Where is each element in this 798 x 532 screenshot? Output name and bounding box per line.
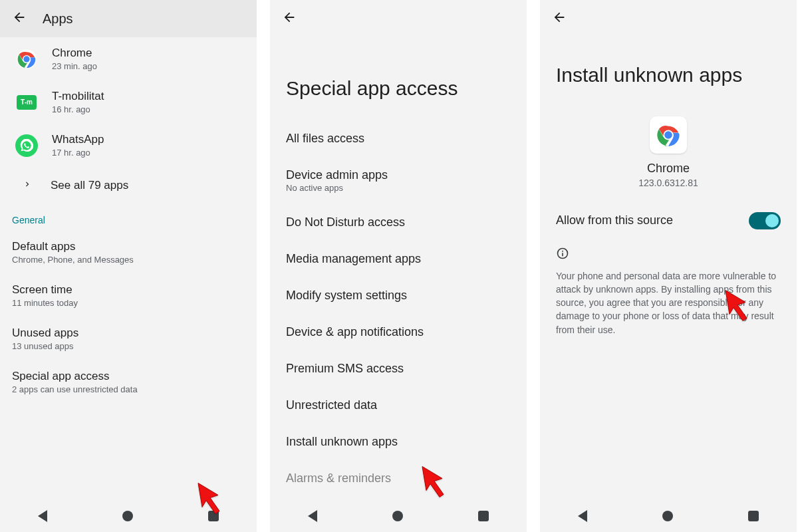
android-navbar	[270, 500, 527, 532]
page-title: Special app access	[270, 37, 527, 120]
topbar: Apps	[0, 0, 257, 37]
allow-from-source-row[interactable]: Allow from this source	[540, 201, 797, 240]
nav-home-icon[interactable]	[122, 511, 133, 521]
app-row-whatsapp[interactable]: WhatsApp 17 hr. ago	[0, 124, 257, 167]
app-sub: 23 min. ago	[52, 61, 97, 71]
app-row-chrome[interactable]: Chrome 23 min. ago	[0, 37, 257, 80]
section-general: General	[0, 204, 257, 231]
nav-back-icon[interactable]	[38, 510, 47, 522]
chrome-icon	[650, 116, 687, 154]
item-unrestricted-data[interactable]: Unrestricted data	[270, 387, 527, 424]
content: Install unknown apps Chrome 123.0.6312.8…	[540, 37, 797, 532]
setting-special-app-access[interactable]: Special app access 2 apps can use unrest…	[0, 360, 257, 404]
item-device-admin-apps[interactable]: Device admin apps No active apps	[270, 157, 527, 204]
back-icon[interactable]	[552, 10, 567, 27]
item-device-app-notifications[interactable]: Device & app notifications	[270, 314, 527, 350]
app-row-tmobilitat[interactable]: T-m T-mobilitat 16 hr. ago	[0, 80, 257, 124]
item-dnd-access[interactable]: Do Not Disturb access	[270, 204, 527, 241]
nav-back-icon[interactable]	[308, 510, 317, 522]
android-navbar	[540, 500, 797, 532]
item-all-files-access[interactable]: All files access	[270, 120, 527, 157]
chevron-right-icon	[23, 179, 32, 192]
setting-default-apps[interactable]: Default apps Chrome, Phone, and Messages	[0, 231, 257, 274]
toggle-label: Allow from this source	[556, 213, 673, 227]
setting-unused-apps[interactable]: Unused apps 13 unused apps	[0, 317, 257, 360]
nav-recent-icon[interactable]	[748, 511, 759, 521]
warning-text: Your phone and personal data are more vu…	[540, 267, 797, 336]
app-name: Chrome	[52, 47, 97, 60]
item-alarms-reminders[interactable]: Alarms & reminders	[270, 460, 527, 497]
nav-recent-icon[interactable]	[208, 511, 219, 521]
chrome-icon	[15, 47, 39, 71]
app-hero: Chrome 123.0.6312.81	[540, 103, 797, 201]
see-all-apps[interactable]: See all 79 apps	[0, 167, 257, 204]
screen-special-app-access: Special app access All files access Devi…	[270, 0, 527, 532]
topbar	[270, 0, 527, 37]
svg-point-6	[562, 250, 563, 251]
item-install-unknown-apps[interactable]: Install unknown apps	[270, 424, 527, 460]
tmobilitat-icon: T-m	[15, 90, 39, 114]
item-premium-sms[interactable]: Premium SMS access	[270, 350, 527, 387]
back-icon[interactable]	[12, 10, 27, 27]
app-name: Chrome	[647, 162, 690, 176]
nav-back-icon[interactable]	[578, 510, 587, 522]
app-version: 123.0.6312.81	[638, 178, 698, 188]
page-title: Apps	[43, 11, 73, 27]
setting-screen-time[interactable]: Screen time 11 minutes today	[0, 274, 257, 317]
item-modify-system-settings[interactable]: Modify system settings	[270, 277, 527, 314]
app-sub: 17 hr. ago	[52, 148, 104, 158]
nav-recent-icon[interactable]	[478, 511, 489, 521]
back-icon[interactable]	[282, 10, 297, 27]
page-title: Install unknown apps	[540, 37, 797, 103]
nav-home-icon[interactable]	[662, 511, 673, 521]
whatsapp-icon	[15, 134, 39, 158]
screen-install-unknown-apps: Install unknown apps Chrome 123.0.6312.8…	[540, 0, 797, 532]
nav-home-icon[interactable]	[392, 511, 403, 521]
app-sub: 16 hr. ago	[52, 104, 104, 114]
content: Chrome 23 min. ago T-m T-mobilitat 16 hr…	[0, 37, 257, 532]
android-navbar	[0, 500, 257, 532]
allow-from-source-toggle[interactable]	[749, 212, 781, 229]
app-name: WhatsApp	[52, 133, 104, 146]
content: Special app access All files access Devi…	[270, 37, 527, 532]
topbar	[540, 0, 797, 37]
screen-apps: Apps Chrome 23 min. ago T-m T-mobilitat …	[0, 0, 257, 532]
item-media-management[interactable]: Media management apps	[270, 241, 527, 277]
info-icon	[540, 240, 797, 267]
app-name: T-mobilitat	[52, 90, 104, 103]
see-all-label: See all 79 apps	[51, 179, 128, 192]
